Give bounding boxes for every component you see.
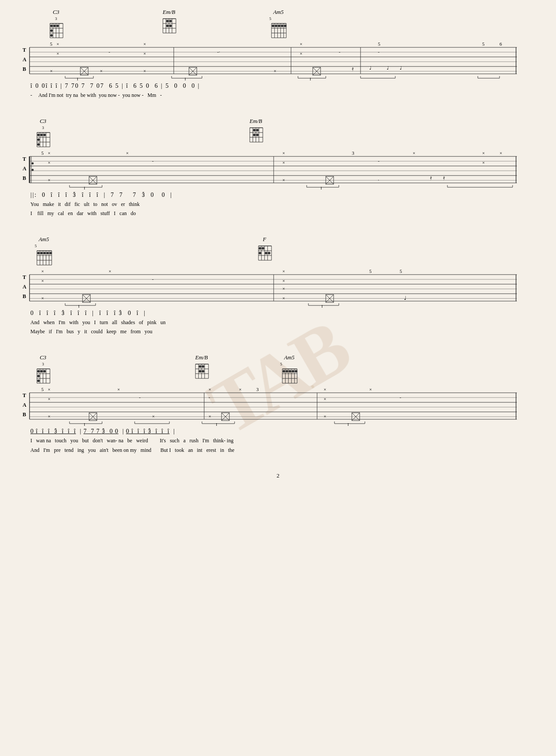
chord-grid-am5-4	[280, 367, 298, 384]
svg-text:-: -	[152, 276, 154, 282]
num-item: 0	[192, 83, 195, 90]
svg-point-211	[268, 252, 271, 254]
chord-grid-am5	[269, 21, 288, 39]
svg-point-116	[40, 133, 43, 136]
svg-text:5: 5	[400, 269, 402, 274]
num-item: 0	[146, 83, 150, 90]
svg-text:×: ×	[41, 278, 44, 283]
section-1: C3 3	[22, 9, 534, 100]
chord-fret-c3-4: 3	[35, 362, 51, 366]
chord-grid-c3-4	[35, 367, 51, 384]
svg-point-261	[37, 370, 40, 372]
chord-diagrams-4: C3 3	[22, 354, 534, 385]
num-item: 7	[90, 83, 94, 90]
svg-text:×: ×	[50, 68, 53, 73]
svg-point-131	[253, 133, 256, 136]
chord-c3-1: C3 3	[48, 9, 64, 40]
chord-grid-emb-4	[193, 362, 210, 379]
svg-text:B: B	[23, 411, 26, 418]
svg-point-132	[256, 133, 259, 136]
svg-point-118	[37, 138, 40, 141]
num-item: î	[30, 83, 33, 90]
chord-name-c3-2: C3	[35, 118, 51, 125]
svg-text:I: I	[321, 186, 322, 189]
svg-text:I: I	[84, 186, 85, 189]
chord-emb-1: Em/B	[161, 9, 177, 36]
lyrics-line-2b: I fill my cal en dar with stuff I can do	[30, 209, 534, 219]
svg-text:×: ×	[48, 150, 50, 156]
svg-point-10	[53, 25, 56, 27]
svg-text:♩: ♩	[404, 295, 407, 301]
svg-text:×: ×	[282, 150, 285, 156]
chord-diagrams-3: Am5 5	[22, 236, 534, 266]
svg-text:×: ×	[282, 278, 285, 283]
num-item: 5	[165, 83, 169, 90]
svg-text:A: A	[23, 56, 26, 63]
svg-text:A: A	[23, 166, 26, 172]
svg-text:×: ×	[100, 68, 103, 73]
numbers-row-3: 0 î î î 3̄ î î î | î î î 3̄ 0 î |	[30, 310, 534, 317]
svg-text:♩: ♩	[400, 65, 402, 70]
num-item: 70	[71, 83, 79, 90]
svg-text:𝄿: 𝄿	[352, 67, 354, 71]
svg-text:5: 5	[482, 41, 485, 46]
chord-emb-4: Em/B	[193, 354, 210, 381]
svg-text:×: ×	[324, 396, 326, 401]
svg-point-276	[202, 365, 205, 368]
svg-text:A: A	[23, 284, 26, 290]
svg-point-37	[272, 25, 275, 27]
chord-am5-4: Am5 5	[280, 354, 298, 386]
svg-point-130	[256, 129, 259, 131]
svg-text:B: B	[23, 66, 26, 72]
num-item: 6	[133, 83, 137, 90]
page: C3 3	[22, 0, 534, 488]
svg-text:×: ×	[369, 387, 372, 392]
tab-staff-1: T A B 5 ×	[22, 41, 534, 80]
svg-text:×: ×	[48, 177, 50, 182]
svg-text:-: -	[400, 395, 401, 400]
svg-point-210	[265, 252, 268, 254]
svg-text:T: T	[23, 274, 26, 280]
tab-staff-3: T A B × × × 5 5 ×	[22, 269, 534, 308]
svg-text:I: I	[185, 77, 186, 80]
svg-text:5: 5	[369, 269, 372, 274]
svg-text:T: T	[23, 392, 26, 398]
num-item: 5	[115, 83, 119, 90]
svg-text:-: -	[378, 49, 380, 54]
svg-point-23	[166, 20, 169, 23]
chord-name-am5-3: Am5	[35, 236, 53, 243]
num-item: 7	[81, 83, 85, 90]
section-2: C3 3	[22, 118, 534, 219]
svg-text:×: ×	[282, 286, 285, 291]
svg-text:𝄿: 𝄿	[430, 176, 432, 180]
num-item: 6	[109, 83, 113, 90]
svg-text:×: ×	[274, 68, 276, 73]
svg-text:B: B	[23, 293, 26, 299]
svg-text:×: ×	[48, 414, 50, 419]
num-item: 0	[174, 83, 178, 90]
chord-finger-c3: 3	[48, 17, 64, 21]
lyrics-line-4b: And I'm pre tend ing you ain't been on m…	[30, 446, 534, 455]
num-item: î	[126, 83, 129, 90]
chord-name-c3: C3	[48, 9, 64, 16]
tab-staff-2: T A B 5 × ×	[22, 150, 534, 189]
svg-text:×: ×	[48, 387, 50, 392]
svg-point-12	[50, 30, 53, 32]
chord-grid-c3	[48, 21, 64, 39]
num-item: î	[56, 83, 58, 90]
lyrics-line-3b: Maybe if I'm bus y it could keep me from…	[30, 327, 534, 337]
svg-text:-: -	[208, 395, 210, 400]
num-item: 0î	[42, 83, 48, 90]
svg-text:-·: -·	[217, 49, 220, 54]
svg-point-263	[43, 370, 46, 372]
svg-text:6: 6	[500, 41, 502, 46]
tab-staff-4: T A B 5 × × × × 3	[22, 387, 534, 426]
num-item: 0	[35, 83, 39, 90]
svg-text:×: ×	[41, 295, 44, 301]
svg-text:×: ×	[282, 269, 285, 274]
svg-point-24	[169, 20, 172, 23]
svg-point-198	[50, 252, 52, 254]
chord-am5-3: Am5 5	[35, 236, 53, 268]
chord-emb-2: Em/B	[248, 118, 264, 145]
chord-diagrams-2: C3 3	[22, 118, 534, 148]
